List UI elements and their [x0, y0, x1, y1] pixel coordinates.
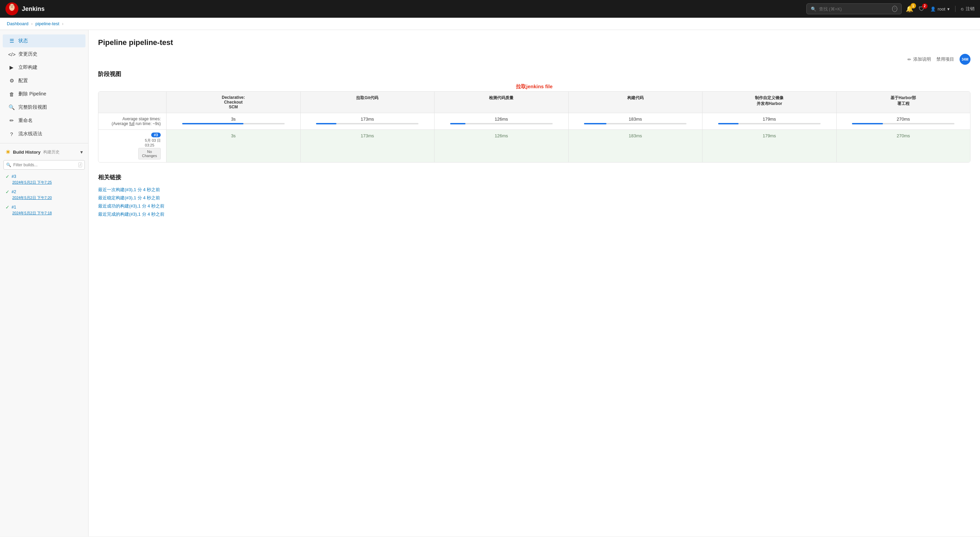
fullstage-icon: 🔍 [8, 104, 15, 110]
build-3-date[interactable]: 2024年5月2日 下午7:25 [5, 180, 83, 185]
breadcrumb-home[interactable]: Dashboard [7, 21, 29, 26]
user-button[interactable]: 👤 root ▾ [930, 6, 950, 11]
build-2-id: #2 [11, 190, 16, 194]
check-icon-2: ✓ [5, 189, 10, 194]
search-input[interactable] [819, 6, 889, 11]
build-list-item-3: ✓ #3 2024年5月2日 下午7:25 [0, 172, 88, 187]
search-bar[interactable]: 🔍 ? [807, 3, 902, 14]
sidebar-item-build[interactable]: ▶ 立即构建 [3, 61, 86, 74]
build-1-date[interactable]: 2024年5月2日 下午7:18 [5, 210, 83, 216]
page-title: Pipeline pipeline-test [98, 38, 970, 47]
help-icon[interactable]: ? [892, 6, 897, 12]
notifications-badge: 1 [910, 3, 916, 8]
build-3-cell-2[interactable]: 126ms [434, 130, 569, 162]
breadcrumb-sep-1: › [31, 21, 33, 26]
stage-col-1: 拉取Git代码 [301, 92, 435, 113]
sidebar-syntax-label: 流水线语法 [18, 131, 42, 137]
link-success-build[interactable]: 最近成功的构建(#3),1 分 4 秒之前 [98, 203, 970, 209]
syntax-icon: ? [8, 131, 15, 137]
stage-avg-4: 179ms [703, 113, 837, 129]
expand-build-history-icon[interactable]: ▾ [80, 150, 83, 155]
security-badge: 2 [922, 3, 928, 9]
filter-builds-input[interactable] [3, 160, 85, 170]
stage-view-container: Declarative:CheckoutSCM 拉取Git代码 检测代码质量 构… [98, 91, 970, 163]
sidebar-config-label: 配置 [18, 78, 28, 84]
build-2-date[interactable]: 2024年5月2日 下午7:20 [5, 195, 83, 200]
build-1-id: #1 [11, 205, 16, 210]
logout-button[interactable]: ⎋ 注销 [955, 6, 975, 12]
build-icon: ▶ [8, 64, 15, 70]
action-buttons: ✏ 添加说明 禁用项目 34M [98, 54, 970, 65]
breadcrumb: Dashboard › pipeline-test › [0, 18, 980, 30]
no-changes-box: NoChanges [138, 148, 161, 159]
sidebar-item-changes[interactable]: </> 变更历史 [3, 48, 86, 61]
sidebar-item-config[interactable]: ⚙ 配置 [3, 74, 86, 87]
check-icon-1: ✓ [5, 204, 10, 210]
build-badge-3[interactable]: #3 [151, 132, 161, 137]
sidebar-changes-label: 变更历史 [18, 51, 37, 57]
build-history-subtitle: 构建历史 [43, 149, 60, 155]
build-3-cell-0[interactable]: 3s [167, 130, 301, 162]
sidebar-delete-label: 删除 Pipeline [18, 91, 46, 97]
sidebar-item-fullstage[interactable]: 🔍 完整阶段视图 [3, 101, 86, 114]
link-latest-build[interactable]: 最近一次构建(#3),1 分 4 秒之前 [98, 187, 970, 193]
link-stable-build[interactable]: 最近稳定构建(#3),1 分 4 秒之前 [98, 195, 970, 201]
slash-icon: / [78, 163, 82, 167]
jenkins-logo[interactable]: Jenkins [5, 2, 45, 15]
build-history-section: ☀ Build History 构建历史 ▾ 🔍 / ✓ #3 2024年5月2… [0, 143, 88, 218]
stage-avg-3: 183ms [569, 113, 703, 129]
avatar: 34M [959, 54, 970, 65]
sidebar-status-label: 状态 [18, 38, 28, 44]
filter-search-icon: 🔍 [6, 163, 11, 167]
build-1-link[interactable]: ✓ #1 [5, 204, 83, 210]
build-3-cell-4[interactable]: 179ms [703, 130, 837, 162]
filter-builds-container: 🔍 / [3, 160, 85, 170]
nav-icons: 🔔 1 🛡 2 👤 root ▾ ⎋ 注销 [906, 5, 975, 13]
related-links-title: 相关链接 [98, 174, 970, 181]
main-content: Pipeline pipeline-test ✏ 添加说明 禁用项目 34M 阶… [89, 30, 980, 536]
sidebar-item-rename[interactable]: ✏ 重命名 [3, 114, 86, 127]
logout-icon: ⎋ [961, 6, 964, 11]
stage-col-5: 基于Harbor部署工程 [837, 92, 970, 113]
add-desc-label: 添加说明 [913, 56, 931, 62]
sidebar-fullstage-label: 完整阶段视图 [18, 104, 47, 110]
stage-avg-1: 173ms [301, 113, 435, 129]
sidebar: ☰ 状态 </> 变更历史 ▶ 立即构建 ⚙ 配置 🗑 删除 Pipeline … [0, 30, 89, 536]
sidebar-build-label: 立即构建 [18, 64, 37, 70]
delete-icon: 🗑 [8, 91, 15, 97]
svg-point-4 [13, 5, 13, 6]
build-history-title: Build History [13, 150, 41, 155]
build-2-link[interactable]: ✓ #2 [5, 189, 83, 194]
link-completed-build[interactable]: 最近完成的构建(#3),1 分 4 秒之前 [98, 211, 970, 217]
build-row-3: #3 5月 03 日03:25 NoChanges 3s 173ms 126ms… [99, 130, 970, 162]
disable-project-button[interactable]: 禁用项目 [936, 56, 954, 62]
related-links: 最近一次构建(#3),1 分 4 秒之前 最近稳定构建(#3),1 分 4 秒之… [98, 187, 970, 217]
sidebar-item-status[interactable]: ☰ 状态 [3, 34, 86, 47]
stage-avg-row: Average stage times:(Average full run ti… [99, 113, 970, 130]
build-list-item-1: ✓ #1 2024年5月2日 下午7:18 [0, 202, 88, 218]
build-list-item-2: ✓ #2 2024年5月2日 下午7:20 [0, 187, 88, 202]
build-3-link[interactable]: ✓ #3 [5, 174, 83, 179]
sidebar-item-delete[interactable]: 🗑 删除 Pipeline [3, 88, 86, 100]
stage-header-first [99, 92, 167, 113]
search-icon: 🔍 [811, 6, 816, 11]
build-3-cell-5[interactable]: 270ms [837, 130, 970, 162]
add-description-button[interactable]: ✏ 添加说明 [907, 56, 931, 62]
stage-col-0: Declarative:CheckoutSCM [167, 92, 301, 113]
jenkins-name: Jenkins [22, 5, 45, 13]
stage-col-2: 检测代码质量 [434, 92, 569, 113]
build-3-cell-1[interactable]: 173ms [301, 130, 435, 162]
breadcrumb-current[interactable]: pipeline-test [35, 21, 59, 26]
chevron-down-icon: ▾ [947, 6, 950, 11]
security-button[interactable]: 🛡 2 [919, 5, 925, 13]
sidebar-item-syntax[interactable]: ? 流水线语法 [3, 127, 86, 140]
stage-avg-0: 3s [167, 113, 301, 129]
build-history-header: ☀ Build History 构建历史 ▾ [0, 146, 88, 158]
changes-icon: </> [8, 51, 15, 57]
build-3-cell-3[interactable]: 183ms [569, 130, 703, 162]
stage-avg-2: 126ms [434, 113, 569, 129]
edit-icon: ✏ [907, 57, 911, 62]
notifications-button[interactable]: 🔔 1 [906, 5, 913, 13]
stage-avg-label: Average stage times:(Average full run ti… [99, 113, 167, 129]
top-navbar: Jenkins 🔍 ? 🔔 1 🛡 2 👤 root ▾ ⎋ 注销 [0, 0, 980, 18]
